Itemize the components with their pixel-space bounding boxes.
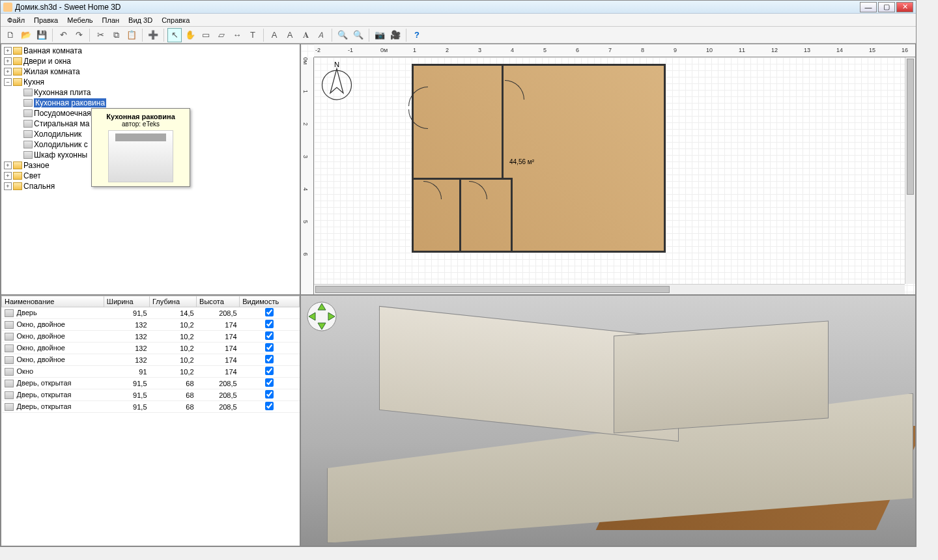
cell-depth: 10,2: [150, 343, 197, 354]
tree-folder[interactable]: −Кухня: [3, 77, 298, 87]
tree-item[interactable]: Кухонная раковина: [3, 98, 298, 108]
table-row[interactable]: Дверь, открытая 91,5 68 208,5: [2, 378, 300, 389]
ruler-mark: 5: [543, 47, 547, 53]
cell-visibility[interactable]: [240, 389, 300, 401]
column-header[interactable]: Ширина: [104, 296, 149, 307]
menu-edit[interactable]: Правка: [30, 15, 62, 25]
room-tool[interactable]: ▱: [214, 28, 229, 42]
menu-help[interactable]: Справка: [158, 15, 193, 25]
expand-icon[interactable]: +: [4, 57, 12, 65]
dimension-tool[interactable]: ↔: [230, 28, 244, 42]
help-button[interactable]: ?: [410, 28, 424, 42]
table-row[interactable]: Окно, двойное 132 10,2 174: [2, 354, 300, 366]
copy-button[interactable]: ⧉: [109, 28, 123, 42]
floor-plan-room[interactable]: [412, 64, 666, 253]
visibility-checkbox[interactable]: [265, 343, 274, 352]
furniture-icon: [5, 344, 14, 352]
save-button[interactable]: 💾: [35, 28, 49, 42]
cell-visibility[interactable]: [240, 307, 300, 319]
menu-file[interactable]: Файл: [3, 15, 29, 25]
cell-visibility[interactable]: [240, 366, 300, 378]
tool-a4[interactable]: 𝘈: [314, 28, 328, 42]
visibility-checkbox[interactable]: [265, 355, 274, 363]
paste-button[interactable]: 📋: [124, 28, 139, 42]
visibility-checkbox[interactable]: [265, 367, 274, 375]
column-header[interactable]: Видимость: [240, 296, 300, 307]
cell-height: 174: [197, 366, 240, 378]
table-row[interactable]: Дверь, открытая 91,5 68 208,5: [2, 389, 300, 401]
table-row[interactable]: Дверь 91,5 14,5 208,5: [2, 307, 300, 319]
expand-icon[interactable]: +: [4, 68, 12, 76]
table-row[interactable]: Окно, двойное 132 10,2 174: [2, 331, 300, 343]
undo-button[interactable]: ↶: [56, 28, 70, 42]
catalog-tree-pane[interactable]: +Ванная комната+Двери и окна+Жилая комна…: [1, 44, 300, 295]
cell-visibility[interactable]: [240, 378, 300, 389]
column-header[interactable]: Наименование: [2, 296, 104, 307]
expand-icon[interactable]: +: [4, 182, 12, 190]
cell-visibility[interactable]: [240, 343, 300, 354]
cell-width: 132: [104, 354, 149, 366]
plan-canvas[interactable]: N 44,56 м²: [301, 44, 915, 294]
cell-depth: 10,2: [150, 331, 197, 343]
column-header[interactable]: Глубина: [150, 296, 197, 307]
zoom-in-button[interactable]: 🔍: [351, 28, 365, 42]
folder-icon: [13, 78, 22, 86]
cell-width: 132: [104, 331, 149, 343]
tool-a3[interactable]: 𝐀: [298, 28, 313, 42]
cut-button[interactable]: ✂: [93, 28, 107, 42]
tool-a1[interactable]: A: [267, 28, 281, 42]
table-row[interactable]: Окно, двойное 132 10,2 174: [2, 343, 300, 354]
folder-label: Жилая комната: [23, 67, 80, 76]
zoom-out-button[interactable]: 🔍: [335, 28, 350, 42]
redo-button[interactable]: ↷: [72, 28, 86, 42]
item-label: Холодильник: [34, 130, 81, 139]
table-row[interactable]: Окно 91 10,2 174: [2, 366, 300, 378]
tool-a2[interactable]: A: [283, 28, 297, 42]
video-button[interactable]: 🎥: [388, 28, 403, 42]
close-button[interactable]: ✕: [896, 2, 913, 12]
column-header[interactable]: Высота: [197, 296, 240, 307]
scene-3d[interactable]: [301, 296, 915, 546]
tree-folder[interactable]: +Двери и окна: [3, 56, 298, 66]
plan-scrollbar-vertical[interactable]: [905, 57, 915, 284]
menu-plan[interactable]: План: [98, 15, 124, 25]
table-row[interactable]: Окно, двойное 132 10,2 174: [2, 319, 300, 331]
cell-visibility[interactable]: [240, 319, 300, 331]
cell-name: Окно: [2, 366, 104, 378]
menu-3dview[interactable]: Вид 3D: [124, 15, 156, 25]
wall-tool[interactable]: ▭: [199, 28, 213, 42]
menu-furniture[interactable]: Мебель: [63, 15, 96, 25]
maximize-button[interactable]: ▢: [878, 2, 895, 12]
visibility-checkbox[interactable]: [265, 378, 274, 387]
table-row[interactable]: Дверь, открытая 91,5 68 208,5: [2, 401, 300, 413]
tree-folder[interactable]: +Жилая комната: [3, 66, 298, 77]
expand-icon[interactable]: +: [4, 47, 12, 55]
visibility-checkbox[interactable]: [265, 331, 274, 340]
plan-pane[interactable]: N 44,56 м² -2-10: [300, 44, 916, 295]
visibility-checkbox[interactable]: [265, 320, 274, 328]
minimize-button[interactable]: —: [860, 2, 877, 12]
tree-folder[interactable]: +Ванная комната: [3, 46, 298, 56]
photo-button[interactable]: 📷: [373, 28, 387, 42]
add-furniture-button[interactable]: ➕: [146, 28, 160, 42]
expand-icon[interactable]: +: [4, 161, 12, 169]
open-button[interactable]: 📂: [19, 28, 33, 42]
new-button[interactable]: 🗋: [3, 28, 18, 42]
text-tool[interactable]: T: [246, 28, 260, 42]
furniture-table[interactable]: НаименованиеШиринаГлубинаВысотаВидимость…: [1, 296, 300, 413]
plan-scrollbar-horizontal[interactable]: [314, 284, 905, 294]
view3d-pane[interactable]: [300, 295, 916, 546]
cell-visibility[interactable]: [240, 331, 300, 343]
wall-3d: [614, 320, 829, 433]
visibility-checkbox[interactable]: [265, 402, 274, 410]
furniture-table-pane[interactable]: НаименованиеШиринаГлубинаВысотаВидимость…: [1, 295, 300, 546]
visibility-checkbox[interactable]: [265, 390, 274, 399]
tree-item[interactable]: Кухонная плита: [3, 87, 298, 98]
pan-tool[interactable]: ✋: [183, 28, 197, 42]
select-tool[interactable]: ↖: [167, 28, 182, 42]
visibility-checkbox[interactable]: [265, 308, 274, 316]
expand-icon[interactable]: +: [4, 172, 12, 180]
cell-visibility[interactable]: [240, 401, 300, 413]
collapse-icon[interactable]: −: [4, 78, 12, 86]
cell-visibility[interactable]: [240, 354, 300, 366]
